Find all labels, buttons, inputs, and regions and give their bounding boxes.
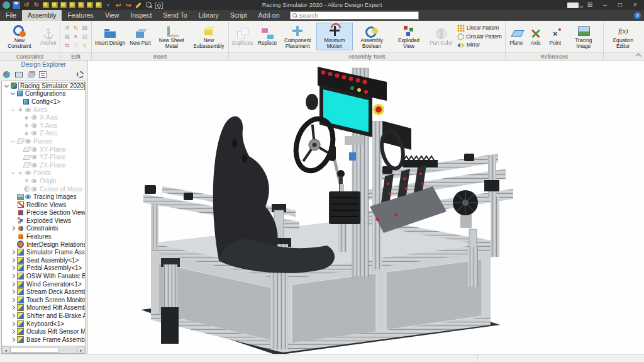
- tree-item[interactable]: Config<1>: [3, 98, 85, 106]
- tree-item[interactable]: YZ-Plane: [3, 153, 85, 161]
- tree-item[interactable]: Shifter and E-Brake Assembly<1: [3, 312, 85, 320]
- part-color-button[interactable]: Part Color: [428, 25, 455, 47]
- layers-icon[interactable]: [28, 73, 34, 78]
- scroll-left-button[interactable]: ◂: [2, 346, 9, 353]
- new-sheet-metal-button[interactable]: New Sheet Metal: [153, 23, 190, 50]
- tree-item[interactable]: XY-Plane: [3, 145, 85, 154]
- tab-send-to[interactable]: Send To: [157, 10, 192, 21]
- tree-item[interactable]: Oculus Rift Sensor Mounted<1>: [3, 327, 85, 336]
- view-front-icon[interactable]: [43, 2, 49, 8]
- undo-icon[interactable]: ↺: [63, 24, 71, 32]
- display-icon[interactable]: [15, 72, 23, 77]
- tree-item[interactable]: Exploded Views: [3, 217, 85, 225]
- rotate-left-icon[interactable]: ↩: [114, 1, 122, 9]
- view-dropdown-icon[interactable]: ∨: [104, 1, 112, 9]
- 3d-viewport[interactable]: [88, 60, 644, 354]
- visibility-eye-icon[interactable]: [25, 108, 31, 112]
- expand-chevron[interactable]: [4, 83, 9, 88]
- tree-item[interactable]: Precise Section Views: [3, 209, 85, 217]
- view-bottom-icon[interactable]: [87, 2, 93, 8]
- paste-icon[interactable]: ▦: [63, 33, 71, 41]
- replace-button[interactable]: Replace: [256, 25, 279, 47]
- expand-chevron[interactable]: [11, 298, 15, 302]
- visibility-eye-icon[interactable]: [31, 123, 37, 128]
- tree-item[interactable]: Configurations: [3, 90, 85, 98]
- visibility-eye-icon[interactable]: [31, 163, 37, 167]
- insert-design-button[interactable]: Insert Design: [93, 25, 127, 47]
- visibility-eye-icon[interactable]: [25, 195, 31, 199]
- point-button[interactable]: ×Point: [546, 25, 565, 47]
- duplicate-button[interactable]: Duplicate: [230, 25, 255, 47]
- delete-icon[interactable]: ×: [72, 33, 80, 41]
- equation-editor-button[interactable]: f(x)Equation Editor: [605, 23, 641, 50]
- filter-icon[interactable]: ⋎: [80, 42, 89, 50]
- redo-icon[interactable]: ↻: [33, 1, 40, 9]
- minimum-motion-button[interactable]: Minimum Motion: [316, 23, 353, 50]
- expand-chevron[interactable]: [11, 170, 15, 174]
- axis-button[interactable]: Axis: [526, 25, 545, 47]
- tree-item[interactable]: Features: [3, 232, 85, 240]
- zoom-icon[interactable]: [145, 1, 152, 9]
- new-subassembly-button[interactable]: New Subassembly: [191, 23, 227, 50]
- tree-item[interactable]: Base Frame Assembly<1>: [3, 336, 85, 344]
- tab-view[interactable]: View: [99, 10, 125, 21]
- visibility-eye-icon[interactable]: [31, 131, 37, 135]
- tree-item[interactable]: Center of Mass: [3, 185, 85, 193]
- expand-chevron[interactable]: [11, 337, 15, 342]
- tree-item[interactable]: ×Origin: [3, 177, 85, 185]
- edit-icon[interactable]: ▧: [80, 33, 89, 41]
- search-input[interactable]: [299, 12, 416, 19]
- view-iso-icon[interactable]: [96, 2, 102, 8]
- minimize-button[interactable]: –: [597, 0, 613, 10]
- tree-item[interactable]: Racing Simulator 2020: [3, 82, 85, 90]
- tab-file[interactable]: File: [0, 10, 22, 21]
- plane-button[interactable]: Plane: [507, 25, 526, 47]
- new-part-button[interactable]: New Part: [128, 25, 153, 47]
- undo-icon[interactable]: ↺: [23, 1, 30, 9]
- new-constraint-button[interactable]: New Constraint: [1, 23, 38, 50]
- tree-item[interactable]: Simulator Frame Assembly<1>(A: [3, 248, 85, 256]
- expand-chevron[interactable]: [11, 282, 15, 286]
- tab-add-on[interactable]: Add-on: [253, 10, 286, 21]
- view-back-icon[interactable]: [52, 2, 58, 8]
- expand-chevron[interactable]: [11, 258, 15, 263]
- tree-item[interactable]: Tracing Images: [3, 193, 85, 201]
- rotate-right-icon[interactable]: ↪: [125, 1, 132, 9]
- window-layout-button[interactable]: ⊞: [582, 0, 597, 10]
- restore-button[interactable]: □: [613, 0, 628, 10]
- tab-library[interactable]: Library: [193, 10, 225, 21]
- tree-item[interactable]: Redline Views: [3, 201, 85, 209]
- copy-icon[interactable]: ▤: [80, 24, 89, 32]
- view-top-icon[interactable]: [78, 2, 84, 8]
- tree-item[interactable]: Wind Generator<1>: [3, 280, 85, 288]
- scroll-right-button[interactable]: ▸: [77, 346, 85, 353]
- expand-chevron[interactable]: [11, 91, 15, 95]
- tree-item[interactable]: Seat Assembly<1>: [3, 256, 85, 264]
- close-button[interactable]: ×: [628, 0, 643, 10]
- expand-chevron[interactable]: [11, 250, 15, 254]
- visibility-eye-icon[interactable]: [31, 147, 37, 152]
- visibility-eye-icon[interactable]: [31, 179, 37, 183]
- tree-item[interactable]: OSW With Fanatec BMW<1>: [3, 272, 85, 280]
- expand-chevron[interactable]: [11, 329, 15, 334]
- tree-item[interactable]: Stream Deck Assembly<1>: [3, 288, 85, 296]
- sketch-pencil-icon[interactable]: [135, 1, 142, 9]
- help-icon[interactable]: ?: [634, 12, 641, 19]
- tree-item[interactable]: ×Points: [3, 169, 85, 178]
- tree-item[interactable]: ∗Axes: [3, 106, 85, 114]
- tracing-image-button[interactable]: Tracing Image: [565, 23, 602, 50]
- expand-chevron[interactable]: [11, 290, 15, 294]
- expand-chevron[interactable]: [11, 274, 15, 278]
- scrollbar-thumb[interactable]: [10, 347, 59, 353]
- mirror-button[interactable]: Mirror: [457, 42, 502, 49]
- tree-item[interactable]: ∗Y-Axis: [3, 122, 85, 130]
- tab-script[interactable]: Script: [225, 10, 253, 21]
- zoom-window-icon[interactable]: [155, 1, 162, 9]
- tree-item[interactable]: InterDesign Relations: [3, 240, 85, 249]
- sphere-icon[interactable]: [3, 71, 10, 78]
- expand-chevron[interactable]: [11, 107, 15, 111]
- tree-item[interactable]: Mounted Rift Assembly<1>: [3, 304, 85, 312]
- visibility-eye-icon[interactable]: [31, 115, 37, 120]
- expand-chevron[interactable]: [11, 139, 15, 143]
- language-indicator[interactable]: [567, 3, 579, 8]
